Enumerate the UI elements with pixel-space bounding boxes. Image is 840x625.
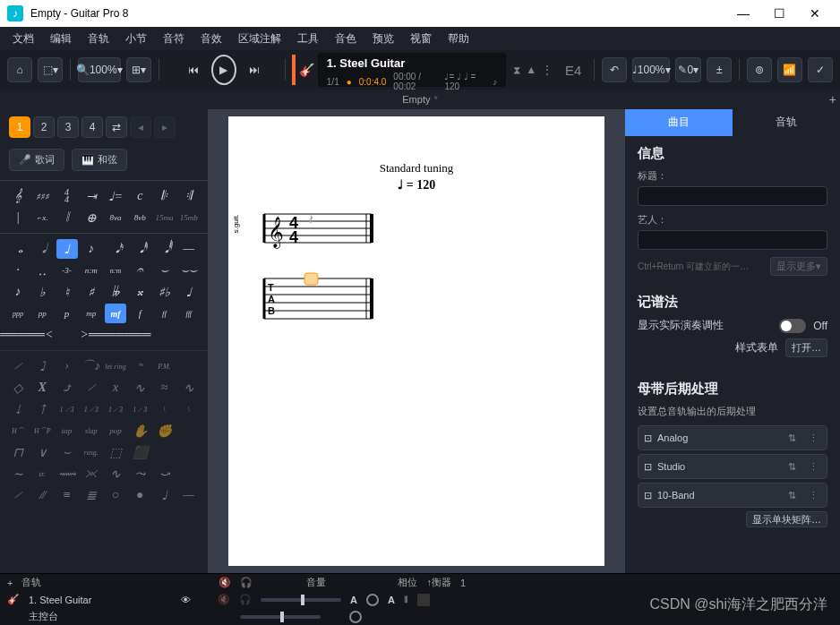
voice-2[interactable]: 2 <box>33 116 55 138</box>
auto-vol[interactable]: A <box>350 595 357 605</box>
dead-note[interactable]: X <box>31 378 53 398</box>
fx-updown[interactable]: ⇅ <box>784 430 800 446</box>
brush5[interactable]: \ <box>154 399 176 419</box>
maximize-button[interactable]: ☐ <box>761 0 797 27</box>
ornament2[interactable]: ⤳ <box>129 464 150 484</box>
saw[interactable]: ⩙ <box>81 464 102 484</box>
rest[interactable]: — <box>178 239 200 259</box>
eye-icon[interactable]: 👁 <box>181 595 191 605</box>
voice-4[interactable]: 4 <box>81 116 103 138</box>
grid-button[interactable]: ⊞▾ <box>126 57 151 82</box>
menu-edit[interactable]: 编辑 <box>43 29 79 49</box>
ped[interactable]: 𝆮 <box>129 356 150 376</box>
rasg[interactable]: rasg. <box>81 442 102 462</box>
fx-menu[interactable]: ⋮ <box>805 430 821 446</box>
hourglass-icon[interactable]: ⧗ <box>513 64 520 76</box>
chords-button[interactable]: 🎹和弦 <box>72 149 127 171</box>
hammer[interactable]: H⌒ <box>7 421 29 441</box>
brush1[interactable]: 1⟋3 <box>56 399 78 419</box>
accent[interactable]: › <box>56 356 78 376</box>
menu-bar[interactable]: 小节 <box>118 29 154 49</box>
ornament1[interactable]: ∿ <box>105 464 126 484</box>
brush6[interactable]: \ <box>178 399 200 419</box>
decrescendo[interactable]: >═══════ <box>105 325 126 345</box>
free-time[interactable]: ⇥ <box>81 186 102 206</box>
show-perf-toggle[interactable] <box>779 319 806 333</box>
tie[interactable]: ⌣ <box>154 261 176 280</box>
eq-icon[interactable]: ⫴ <box>404 594 408 605</box>
tremolo2[interactable]: ≣ <box>81 485 102 505</box>
repeat-alt[interactable]: ⌐x. <box>31 208 53 227</box>
brush4[interactable]: 1⟋3 <box>129 399 150 419</box>
solo-icon[interactable]: 🎧 <box>239 594 252 605</box>
close-button[interactable]: ✕ <box>797 0 833 27</box>
zoom-button[interactable]: 🔍100% ▾ <box>78 57 121 82</box>
title-input[interactable] <box>638 186 827 206</box>
time-c[interactable]: c <box>129 186 150 206</box>
menu-tools[interactable]: 工具 <box>290 29 326 49</box>
voice-multi[interactable]: ⇄ <box>106 116 127 138</box>
15ma[interactable]: 15ma <box>154 208 176 227</box>
slur[interactable]: ⌣ <box>56 442 78 462</box>
lyrics-button[interactable]: 🎤歌词 <box>9 149 64 171</box>
turn[interactable]: ∼ <box>7 464 29 484</box>
pp[interactable]: pp <box>31 304 53 323</box>
double-dot[interactable]: ‥ <box>31 261 53 280</box>
ottava[interactable]: 8va <box>105 208 126 227</box>
arpeggio-up[interactable]: ⇡ <box>31 399 53 419</box>
f[interactable]: f <box>129 304 150 323</box>
tab-song[interactable]: 曲目 <box>625 109 733 136</box>
rest2[interactable]: — <box>178 485 200 505</box>
ornament3[interactable]: ⤻ <box>154 464 176 484</box>
menu-help[interactable]: 帮助 <box>441 29 476 49</box>
notation-staff[interactable]: 𝄞 4 4 𝄽 <box>255 205 578 259</box>
slap[interactable]: slap <box>81 421 102 441</box>
bend[interactable]: ⤴ <box>56 378 78 398</box>
ghost[interactable]: x <box>105 378 126 398</box>
play-button[interactable]: ▶ <box>211 55 236 85</box>
sharp[interactable]: ♯ <box>81 282 102 302</box>
auto-pan[interactable]: A <box>388 595 395 605</box>
matrix-button[interactable]: 显示单块矩阵… <box>746 511 827 527</box>
dots-icon[interactable]: ⋮ <box>542 64 553 76</box>
audio-button[interactable]: ⊚ <box>747 57 772 82</box>
dot[interactable]: · <box>7 261 29 280</box>
fx-updown[interactable]: ⇅ <box>784 458 800 475</box>
minimize-button[interactable]: — <box>725 0 761 27</box>
grace[interactable]: ♪ <box>7 282 29 302</box>
note2[interactable]: ● <box>129 485 150 505</box>
sixteenth-note[interactable]: 𝅘𝅥𝅯 <box>105 239 126 259</box>
master-pan-knob[interactable] <box>349 611 362 623</box>
wifi-button[interactable]: 📶 <box>777 57 802 82</box>
eighth-note[interactable]: ♪ <box>81 239 102 259</box>
palm[interactable]: ✋ <box>129 421 150 441</box>
tuplet-n[interactable]: n:m <box>81 261 102 280</box>
thirtysecond-note[interactable]: 𝅘𝅥𝅰 <box>129 239 150 259</box>
wide-vib[interactable]: ≈ <box>154 378 176 398</box>
doc-tab-name[interactable]: Empty <box>402 94 430 105</box>
next-button[interactable]: ⏭ <box>242 57 267 82</box>
mf[interactable]: mf <box>105 304 126 323</box>
crescendo[interactable]: ═══════< <box>7 325 29 345</box>
score-canvas[interactable]: Standard tuning ♩ = 120 s.guit. 𝄞 4 4 <box>208 109 625 573</box>
add-track-button[interactable]: + <box>7 578 13 588</box>
pick-down[interactable]: ⊓ <box>7 442 29 462</box>
slash1[interactable]: ⟋ <box>7 485 29 505</box>
tab-track[interactable]: 音轨 <box>733 109 840 136</box>
track-info[interactable]: 1. Steel Guitar 1/1 ● 0:0:4.0 00:00 / 00… <box>318 53 506 87</box>
transpose-button[interactable]: ± <box>707 57 732 82</box>
mute-icon[interactable]: 🔇 <box>218 594 230 605</box>
repeat-start[interactable]: 𝄆 <box>154 186 176 206</box>
note-duration-button[interactable]: ♩ 100% ▾ <box>632 57 670 82</box>
tab-staff[interactable]: T A B <box>255 271 578 334</box>
artist-input[interactable] <box>638 230 827 250</box>
note-stem[interactable]: ♩ <box>178 282 200 302</box>
pan-knob[interactable] <box>366 594 379 606</box>
coda[interactable]: ⊕ <box>81 208 102 227</box>
ghost2[interactable]: ○ <box>105 485 126 505</box>
master-volume-slider[interactable] <box>240 615 321 619</box>
pencil-button[interactable]: ✎ 0 ▾ <box>675 57 701 82</box>
fret-hand[interactable]: ⬚ <box>105 442 126 462</box>
natural[interactable]: ♮ <box>56 282 78 302</box>
menu-sound[interactable]: 音色 <box>328 29 364 49</box>
